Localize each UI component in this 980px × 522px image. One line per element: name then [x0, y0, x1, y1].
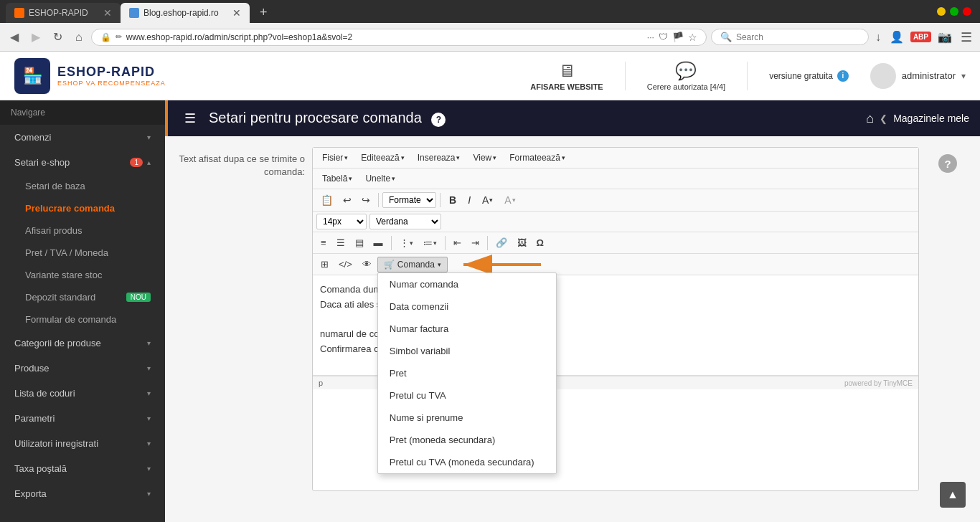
dropdown-item-numar-factura[interactable]: Numar factura: [378, 318, 556, 340]
preview-button[interactable]: 👁: [358, 256, 376, 272]
url-input[interactable]: [126, 32, 643, 42]
sidebar-item-depozit-standard[interactable]: Depozit standard NOU: [0, 286, 165, 308]
version-label: versiune gratuita: [769, 71, 833, 81]
bold-button[interactable]: B: [444, 191, 461, 209]
window-close[interactable]: [963, 7, 971, 16]
tab-blog[interactable]: Blog.eshop-rapid.ro ✕: [121, 3, 250, 23]
editor-toolbar-row3: 📋 ↩ ↪ Formate B I A▾: [313, 189, 918, 212]
undo-button[interactable]: ↩: [339, 191, 356, 209]
sidebar-item-variante-stare-stoc[interactable]: Variante stare stoc: [0, 264, 165, 286]
comanda-label: Comanda: [397, 260, 435, 270]
forward-button[interactable]: ▶: [27, 28, 44, 46]
tab-favicon-2: [129, 8, 139, 18]
sidebar-item-categorii-de-produse[interactable]: Categorii de produse ▾: [0, 331, 165, 356]
sidebar-item-prelucrare-comanda[interactable]: Prelucrare comanda: [0, 197, 165, 219]
paste-icon-button[interactable]: 📋: [316, 191, 337, 209]
font-color-button[interactable]: A▾: [477, 191, 498, 209]
scroll-to-top-button[interactable]: ▲: [940, 482, 966, 508]
user-name: administrator: [902, 70, 956, 81]
sidebar-item-setari-eshop[interactable]: Setari e-shop 1 ▴: [0, 150, 165, 175]
unelte-dropdown-arrow: ▾: [392, 175, 395, 182]
align-left-button[interactable]: ≡: [316, 234, 331, 251]
editor-toolbar-row6: ⊞ </> 👁 🛒 Comanda ▾: [313, 254, 918, 275]
address-bar[interactable]: 🔒 ✏ ··· 🛡 🏴 ☆: [91, 29, 707, 46]
refresh-button[interactable]: ↻: [49, 28, 67, 46]
dropdown-item-data-comenzii[interactable]: Data comenzii: [378, 295, 556, 318]
account-button[interactable]: 👤: [887, 28, 906, 46]
browser-search-bar[interactable]: 🔍: [711, 29, 869, 45]
special-char-button[interactable]: Ω: [532, 234, 548, 251]
back-button[interactable]: ◀: [6, 28, 23, 46]
extensions-button[interactable]: ↓: [873, 29, 883, 46]
align-center-button[interactable]: ☰: [332, 234, 349, 251]
camera-button[interactable]: 📷: [936, 28, 954, 46]
tabela-button[interactable]: Tabelă ▾: [316, 171, 358, 186]
toolbar-sep-1: [378, 193, 379, 207]
fisier-dropdown-arrow: ▾: [344, 154, 348, 161]
redo-button[interactable]: ↪: [357, 191, 374, 209]
sidebar-item-utilizatori[interactable]: Utilizatori inregistrati ▾: [0, 431, 165, 456]
font-size-select[interactable]: 14px: [316, 214, 367, 229]
insereaza-button[interactable]: Insereaza ▾: [412, 150, 466, 166]
sidebar-item-pret-tva[interactable]: Pret / TVA / Moneda: [0, 242, 165, 264]
unordered-list-button[interactable]: ⋮ ▾: [395, 234, 418, 251]
menu-button[interactable]: ☰: [958, 27, 974, 47]
sidebar-toggle-button[interactable]: ☰: [179, 108, 202, 129]
abp-button[interactable]: ABP: [910, 32, 931, 42]
afisare-website-nav[interactable]: 🖥 AFISARE WEBSITE: [530, 61, 603, 91]
sidebar-item-produse[interactable]: Produse ▾: [0, 356, 165, 381]
font-family-select[interactable]: Verdana: [369, 214, 441, 229]
right-help-panel: ?: [926, 147, 969, 511]
ordered-list-button[interactable]: ≔ ▾: [419, 234, 441, 251]
sidebar-item-formular-de-comanda[interactable]: Formular de comanda: [0, 308, 165, 331]
dropdown-item-pret-moneda-secundara[interactable]: Pret (moneda secundara): [378, 429, 556, 451]
url-pencil-icon: ✏: [116, 32, 122, 42]
dropdown-item-pretul-cu-tva-moneda-secundara[interactable]: Pretul cu TVA (moneda secundara): [378, 451, 556, 473]
dropdown-item-nume-si-prenume[interactable]: Nume si prenume: [378, 407, 556, 429]
tab-close-2[interactable]: ✕: [232, 7, 241, 19]
indent-button[interactable]: ⇥: [467, 234, 484, 251]
comanda-button[interactable]: 🛒 Comanda ▾: [377, 257, 448, 272]
browser-toolbar: ◀ ▶ ↻ ⌂ 🔒 ✏ ··· 🛡 🏴 ☆ 🔍 ↓ 👤 ABP 📷 ☰: [0, 23, 980, 52]
cerere-autorizata-nav[interactable]: 💬 Cerere autorizata [4/4]: [647, 61, 725, 91]
sidebar-item-lista-de-coduri[interactable]: Lista de coduri ▾: [0, 381, 165, 406]
new-tab-button[interactable]: +: [253, 2, 275, 23]
dropdown-item-simbol-variabil[interactable]: Simbol variabil: [378, 340, 556, 362]
table-edit-button[interactable]: ⊞: [316, 256, 333, 272]
chevron-utilizatori: ▾: [147, 440, 151, 447]
fisier-button[interactable]: Fisier ▾: [316, 150, 354, 166]
font-bgcolor-button[interactable]: A▾: [499, 191, 520, 209]
tab-eshop-rapid[interactable]: ESHOP-RAPID ✕: [6, 3, 121, 23]
page-help-icon[interactable]: ?: [431, 113, 446, 127]
user-section[interactable]: administrator ▾: [870, 63, 966, 89]
help-circle-icon[interactable]: ?: [938, 154, 957, 173]
formateaza-button[interactable]: Formateează ▾: [504, 150, 571, 166]
breadcrumb-home-icon[interactable]: ⌂: [866, 111, 874, 126]
search-input[interactable]: [736, 32, 859, 42]
italic-button[interactable]: I: [463, 191, 476, 209]
sidebar-item-parametri[interactable]: Parametri ▾: [0, 406, 165, 431]
align-right-button[interactable]: ▤: [351, 234, 368, 251]
unelte-button[interactable]: Unelte ▾: [359, 171, 401, 186]
sidebar-item-afisari-produs[interactable]: Afisari produs: [0, 219, 165, 242]
outdent-button[interactable]: ⇤: [449, 234, 466, 251]
sidebar-item-taxa-postala[interactable]: Taxa poştală ▾: [0, 456, 165, 481]
editeaza-button[interactable]: Editeează ▾: [355, 150, 410, 166]
home-button[interactable]: ⌂: [71, 29, 87, 46]
window-maximize[interactable]: [950, 7, 958, 16]
code-button[interactable]: </>: [334, 256, 357, 272]
window-minimize[interactable]: [937, 7, 946, 16]
sidebar-item-setari-de-baza[interactable]: Setari de baza: [0, 175, 165, 197]
sidebar-item-exporta[interactable]: Exporta ▾: [0, 481, 165, 506]
tab-close-1[interactable]: ✕: [103, 7, 112, 19]
sidebar-item-comenzi[interactable]: Comenzi ▾: [0, 125, 165, 150]
image-button[interactable]: 🖼: [513, 234, 531, 251]
dropdown-item-pretul-cu-tva[interactable]: Pretul cu TVA: [378, 384, 556, 407]
dropdown-item-pret[interactable]: Pret: [378, 362, 556, 384]
link-button[interactable]: 🔗: [491, 234, 512, 251]
formate-select[interactable]: Formate: [382, 192, 436, 208]
window-controls: [937, 7, 974, 16]
view-button[interactable]: View ▾: [467, 150, 502, 166]
align-justify-button[interactable]: ▬: [369, 234, 387, 251]
dropdown-item-numar-comanda[interactable]: Numar comanda: [378, 273, 556, 295]
